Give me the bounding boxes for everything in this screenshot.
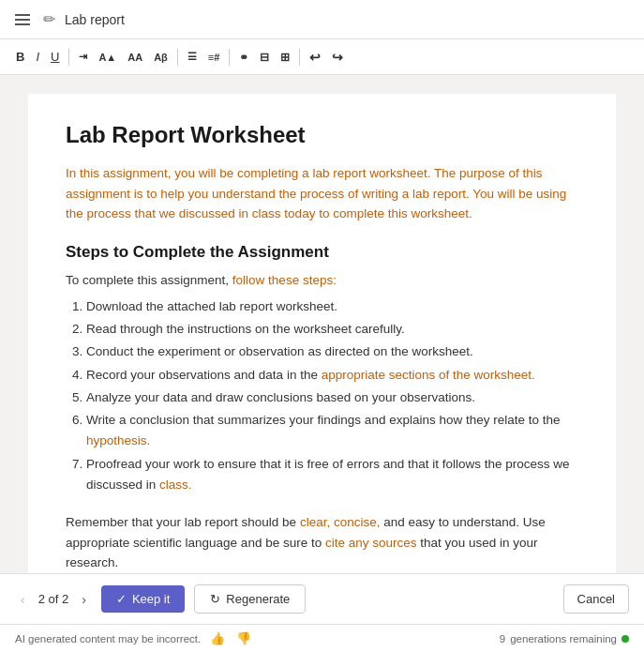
indent-button[interactable]: ⇥ <box>74 48 92 66</box>
top-bar: ✏ Lab report <box>0 0 644 39</box>
intro-paragraph: In this assignment, you will be completi… <box>66 163 578 224</box>
list-item: Conduct the experiment or observation as… <box>86 341 578 362</box>
thumbs-down-button[interactable]: 👎 <box>234 629 253 647</box>
status-dot <box>622 635 629 643</box>
list-item: Proofread your work to ensure that it is… <box>86 454 578 496</box>
steps-intro-highlight: follow these steps: <box>232 273 337 287</box>
next-button[interactable]: › <box>76 589 92 610</box>
checkmark-icon: ✓ <box>116 592 127 606</box>
keep-it-button[interactable]: ✓ Keep it <box>101 585 185 613</box>
steps-list: Download the attached lab report workshe… <box>66 296 578 495</box>
list-item: Write a conclusion that summarizes your … <box>86 410 578 452</box>
remember-paragraph: Remember that your lab report should be … <box>66 512 578 573</box>
cancel-button[interactable]: Cancel <box>563 584 629 614</box>
steps-intro: To complete this assignment, follow thes… <box>66 273 578 287</box>
cancel-label: Cancel <box>577 592 615 606</box>
separator-2 <box>177 49 178 66</box>
separator-1 <box>68 49 69 66</box>
font-size-button[interactable]: AA <box>123 49 147 66</box>
numbered-button[interactable]: ≡# <box>203 49 225 66</box>
steps-heading: Steps to Complete the Assignment <box>66 243 578 262</box>
link-button[interactable]: ⚭ <box>234 48 253 67</box>
formatting-toolbar: B I U ⇥ A▲ AA Aβ ☰ ≡# ⚭ ⊟ ⊞ ↩ ↪ <box>0 39 644 75</box>
doc-title: Lab Report Worksheet <box>66 122 578 148</box>
underline-button[interactable]: U <box>46 47 64 67</box>
bold-button[interactable]: B <box>11 47 29 67</box>
list-item: Download the attached lab report workshe… <box>86 296 578 317</box>
document-body: Lab Report Worksheet In this assignment,… <box>28 94 616 573</box>
regenerate-icon: ↻ <box>210 592 220 606</box>
nav-count-area: ‹ 2 of 2 › <box>15 589 92 610</box>
redo-button[interactable]: ↪ <box>327 47 348 68</box>
undo-button[interactable]: ↩ <box>305 47 325 68</box>
list-item: Analyze your data and draw conclusions b… <box>86 387 578 408</box>
list-item: Record your observations and data in the… <box>86 365 578 386</box>
font-type-button[interactable]: Aβ <box>149 49 172 66</box>
keep-it-label: Keep it <box>132 592 170 606</box>
regenerate-button[interactable]: ↻ Regenerate <box>194 584 306 614</box>
content-area: Lab Report Worksheet In this assignment,… <box>0 75 644 573</box>
list-item: Read through the instructions on the wor… <box>86 319 578 340</box>
page-count: 2 of 2 <box>38 592 69 606</box>
edit-icon: ✏ <box>43 10 55 28</box>
italic-button[interactable]: I <box>31 47 44 67</box>
document-title: Lab report <box>65 12 125 27</box>
menu-icon[interactable] <box>11 10 34 29</box>
disclaimer-text: AI generated content may be incorrect. <box>15 633 201 644</box>
regenerate-label: Regenerate <box>226 592 290 606</box>
generations-remaining: 9 generations remaining <box>500 633 629 644</box>
thumbs-up-button[interactable]: 👍 <box>208 629 227 647</box>
table-button[interactable]: ⊞ <box>276 48 294 67</box>
separator-4 <box>299 49 300 66</box>
footer-bar: AI generated content may be incorrect. 👍… <box>0 624 644 652</box>
bullets-button[interactable]: ☰ <box>183 48 202 66</box>
generations-label: generations remaining <box>510 633 617 644</box>
generations-count: 9 <box>500 633 505 644</box>
ai-disclaimer: AI generated content may be incorrect. 👍… <box>15 629 253 647</box>
font-color-button[interactable]: A▲ <box>94 49 121 66</box>
separator-3 <box>229 49 230 66</box>
prev-button[interactable]: ‹ <box>15 589 31 610</box>
bottom-navigation: ‹ 2 of 2 › ✓ Keep it ↻ Regenerate Cancel <box>0 573 644 624</box>
image-button[interactable]: ⊟ <box>255 48 274 67</box>
